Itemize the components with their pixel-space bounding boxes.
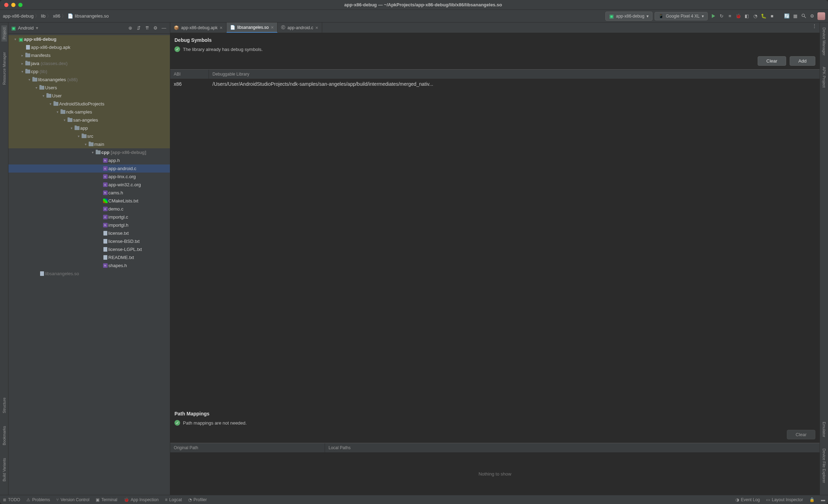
- sync-icon[interactable]: 🔄: [784, 13, 790, 19]
- breadcrumb-item[interactable]: x86: [53, 13, 60, 19]
- status-logcat[interactable]: ≡Logcat: [165, 497, 182, 502]
- status-indicator[interactable]: ▬: [821, 497, 825, 502]
- expand-icon[interactable]: ▾: [48, 102, 53, 106]
- breadcrumb-item[interactable]: lib: [41, 13, 45, 19]
- tree-item[interactable]: license-LGPL.txt: [8, 245, 170, 253]
- expand-icon[interactable]: ▸: [20, 53, 25, 57]
- avd-icon[interactable]: ▦: [792, 13, 798, 19]
- rail-project[interactable]: Project: [1, 25, 7, 41]
- minimize-window-icon[interactable]: [11, 3, 15, 7]
- tab-options-icon[interactable]: ⋮: [811, 22, 817, 29]
- expand-icon[interactable]: ▸: [20, 62, 25, 65]
- status-problems[interactable]: ⚠Problems: [26, 497, 50, 502]
- search-icon[interactable]: [801, 13, 807, 19]
- expand-icon[interactable]: ▾: [62, 118, 67, 122]
- maximize-window-icon[interactable]: [18, 3, 23, 7]
- tree-item[interactable]: ▾san-angeles: [8, 116, 170, 124]
- rail-resource-manager[interactable]: Resource Manager: [1, 50, 7, 87]
- expand-icon[interactable]: ▾: [76, 134, 81, 138]
- tree-item[interactable]: CMakeLists.txt: [8, 197, 170, 205]
- tree-item[interactable]: hshapes.h: [8, 261, 170, 270]
- tree-item[interactable]: cimportgl.c: [8, 213, 170, 221]
- tree-item[interactable]: app-x86-debug.apk: [8, 43, 170, 51]
- expand-icon[interactable]: ▾: [83, 142, 88, 146]
- debug-button[interactable]: 🐞: [735, 13, 741, 19]
- status-vcs[interactable]: ⑂Version Control: [56, 497, 89, 502]
- hide-icon[interactable]: —: [161, 25, 167, 31]
- close-window-icon[interactable]: [4, 3, 8, 7]
- stop-button[interactable]: ■: [769, 13, 775, 19]
- expand-icon[interactable]: ⇵: [135, 25, 142, 31]
- coverage-icon[interactable]: ◧: [744, 13, 750, 19]
- tree-item[interactable]: himportgl.h: [8, 221, 170, 229]
- tree-item[interactable]: capp-android.c: [8, 164, 170, 173]
- tree-item[interactable]: README.txt: [8, 253, 170, 261]
- tree-item[interactable]: license-BSD.txt: [8, 237, 170, 245]
- tree-item[interactable]: ▾main: [8, 140, 170, 148]
- status-profiler[interactable]: ◔Profiler: [188, 497, 207, 502]
- rail-bookmarks[interactable]: Bookmarks: [1, 424, 7, 447]
- status-layout-inspector[interactable]: ▭Layout Inspector: [766, 497, 803, 502]
- rail-structure[interactable]: Structure: [1, 395, 7, 415]
- breadcrumb-item[interactable]: app-x86-debug: [3, 13, 33, 19]
- status-lock-icon[interactable]: 🔒: [809, 497, 815, 502]
- chevron-down-icon[interactable]: ▾: [36, 25, 38, 31]
- tree-item[interactable]: libsanangeles.so: [8, 270, 170, 278]
- tree-item[interactable]: capp-linx.c.org: [8, 173, 170, 181]
- rail-apk-project[interactable]: APK Project: [821, 65, 827, 90]
- tree-item[interactable]: ▾▣app-x86-debug: [8, 35, 170, 43]
- tree-item[interactable]: happ.h: [8, 156, 170, 164]
- tree-item[interactable]: ▾ndk-samples: [8, 108, 170, 116]
- expand-icon[interactable]: ▾: [20, 70, 25, 73]
- close-tab-icon[interactable]: ×: [271, 25, 274, 30]
- status-app-inspection[interactable]: 🐞App Inspection: [124, 497, 159, 502]
- expand-icon[interactable]: ▾: [34, 86, 39, 90]
- tree-item[interactable]: capp-win32.c.org: [8, 181, 170, 189]
- tab-so[interactable]: 📄libsanangeles.so×: [227, 22, 278, 33]
- tree-item[interactable]: ▾Users: [8, 84, 170, 92]
- run-config-selector[interactable]: ▣ app-x86-debug ▾: [605, 12, 652, 21]
- gear-icon[interactable]: ⚙: [152, 25, 159, 31]
- status-event-log[interactable]: ◑Event Log: [735, 497, 760, 502]
- tree-item[interactable]: ▾User: [8, 92, 170, 100]
- expand-icon[interactable]: ▾: [55, 110, 60, 114]
- tree-item[interactable]: ▸java (classes.dex): [8, 59, 170, 67]
- user-avatar[interactable]: [817, 12, 825, 20]
- tree-item[interactable]: ▾cpp (lib): [8, 67, 170, 76]
- close-tab-icon[interactable]: ×: [316, 25, 318, 31]
- target-icon[interactable]: ⊕: [127, 25, 133, 31]
- project-selector[interactable]: Android: [18, 25, 34, 31]
- breadcrumb-item[interactable]: libsanangeles.so: [75, 13, 109, 19]
- tree-item[interactable]: hcams.h: [8, 189, 170, 197]
- expand-icon[interactable]: ▾: [69, 126, 74, 130]
- status-terminal[interactable]: ▣Terminal: [96, 497, 117, 502]
- tree-item[interactable]: license.txt: [8, 229, 170, 237]
- expand-icon[interactable]: ▾: [90, 150, 95, 154]
- add-debug-button[interactable]: Add: [790, 56, 815, 66]
- clear-paths-button[interactable]: Clear: [787, 430, 815, 439]
- project-tree[interactable]: ▾▣app-x86-debugapp-x86-debug.apk▸manifes…: [8, 34, 170, 495]
- tree-item[interactable]: ▸manifests: [8, 51, 170, 59]
- tree-item[interactable]: ▾cpp [app-x86-debug]: [8, 148, 170, 156]
- status-todo[interactable]: ≣TODO: [3, 497, 20, 502]
- tree-item[interactable]: ▾libsanangeles (x86): [8, 76, 170, 84]
- attach-debugger-icon[interactable]: 🐛: [760, 13, 767, 19]
- expand-icon[interactable]: ▾: [41, 94, 46, 98]
- rail-emulator[interactable]: Emulator: [821, 420, 827, 439]
- tree-item[interactable]: ▾app: [8, 124, 170, 132]
- run-button[interactable]: [710, 13, 716, 19]
- expand-icon[interactable]: ▾: [27, 78, 32, 82]
- rail-device-file-explorer[interactable]: Device File Explorer: [821, 446, 827, 485]
- tab-c[interactable]: ⓒapp-android.c×: [278, 22, 322, 33]
- close-tab-icon[interactable]: ×: [219, 25, 222, 31]
- settings-icon[interactable]: ⚙: [809, 13, 815, 19]
- device-selector[interactable]: 📱 Google Pixel 4 XL ▾: [655, 12, 708, 20]
- collapse-icon[interactable]: ⇈: [144, 25, 150, 31]
- tab-apk[interactable]: 📦app-x86-debug.apk×: [170, 22, 227, 33]
- rail-build-variants[interactable]: Build Variants: [1, 456, 7, 484]
- profiler-icon[interactable]: ◔: [752, 13, 758, 19]
- tree-item[interactable]: ▾src: [8, 132, 170, 140]
- expand-icon[interactable]: ▾: [13, 37, 18, 41]
- apply-changes-icon[interactable]: ↻: [718, 13, 725, 19]
- apply-code-icon[interactable]: ≡: [727, 13, 733, 19]
